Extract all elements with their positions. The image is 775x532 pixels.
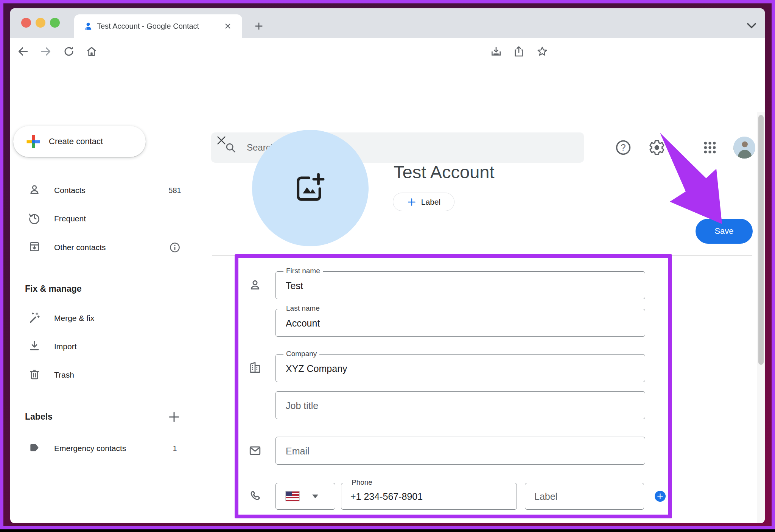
email-input[interactable] bbox=[285, 437, 635, 465]
tab-search-chevron-icon[interactable] bbox=[746, 22, 757, 30]
contacts-app-bar: Contacts ? bbox=[10, 65, 765, 112]
person-icon bbox=[28, 184, 40, 197]
scrollbar-thumb[interactable] bbox=[758, 115, 764, 365]
archive-box-icon bbox=[28, 241, 40, 254]
phone-handset-icon bbox=[249, 490, 261, 502]
sidebar-item-label: Merge & fix bbox=[54, 314, 94, 323]
first-name-input[interactable] bbox=[285, 272, 635, 300]
sidebar-item-count: 581 bbox=[165, 186, 184, 195]
google-plus-icon bbox=[25, 134, 41, 149]
browser-window: Test Account - Google Contact bbox=[10, 8, 765, 523]
fix-manage-heading: Fix & manage bbox=[25, 284, 82, 294]
create-contact-label: Create contact bbox=[49, 137, 103, 146]
tab-favicon-contact-icon bbox=[83, 21, 93, 31]
back-icon[interactable] bbox=[17, 45, 29, 58]
sidebar-item-label: Other contacts bbox=[54, 243, 106, 252]
phone-input[interactable] bbox=[350, 483, 500, 510]
email-envelope-icon bbox=[249, 444, 261, 457]
browser-tab[interactable]: Test Account - Google Contact bbox=[74, 14, 242, 38]
sidebar-item-label: Trash bbox=[54, 370, 74, 380]
person-form-icon bbox=[249, 278, 261, 291]
tab-title: Test Account - Google Contact bbox=[97, 22, 222, 31]
sidebar-item-label: Contacts bbox=[54, 186, 86, 195]
sidebar-item-other-contacts[interactable]: Other contacts bbox=[10, 237, 199, 258]
header-divider bbox=[212, 255, 752, 256]
magic-wand-icon bbox=[28, 311, 40, 325]
close-editor-icon[interactable] bbox=[216, 135, 227, 146]
import-download-icon bbox=[28, 340, 40, 353]
trash-icon bbox=[28, 368, 40, 382]
home-icon[interactable] bbox=[86, 45, 98, 58]
phone-country-select[interactable] bbox=[275, 483, 335, 510]
sidebar-item-label: Emergency contacts bbox=[54, 444, 126, 453]
save-offline-icon[interactable] bbox=[490, 45, 502, 58]
phone-label-input[interactable] bbox=[534, 483, 636, 510]
bookmark-star-icon[interactable] bbox=[536, 45, 548, 58]
help-icon[interactable]: ? bbox=[615, 139, 632, 156]
sidebar-item-import[interactable]: Import bbox=[10, 336, 199, 357]
save-button[interactable]: Save bbox=[696, 219, 753, 244]
phone-label-field[interactable] bbox=[525, 483, 644, 510]
google-apps-grid-icon[interactable] bbox=[702, 140, 717, 155]
add-label-button-text: Label bbox=[421, 198, 440, 207]
forward-icon[interactable] bbox=[40, 45, 52, 58]
add-label-icon[interactable] bbox=[167, 410, 181, 424]
plus-icon bbox=[407, 197, 417, 207]
sidebar-item-label: Frequent bbox=[54, 214, 86, 223]
us-flag-icon bbox=[286, 492, 299, 501]
company-input[interactable] bbox=[285, 355, 635, 383]
sidebar-item-label: Import bbox=[54, 342, 77, 351]
last-name-field[interactable]: Last name bbox=[275, 309, 645, 337]
label-tag-icon bbox=[28, 442, 40, 455]
job-title-input[interactable] bbox=[285, 392, 635, 420]
settings-gear-icon[interactable] bbox=[649, 139, 665, 156]
company-building-icon bbox=[249, 361, 261, 374]
labels-heading: Labels bbox=[25, 412, 53, 422]
contact-photo-placeholder[interactable] bbox=[252, 130, 369, 246]
reload-icon[interactable] bbox=[63, 45, 75, 58]
scrollbar-track[interactable] bbox=[757, 112, 765, 523]
zoom-window-button[interactable] bbox=[50, 18, 60, 28]
create-contact-button[interactable]: Create contact bbox=[13, 126, 146, 157]
first-name-field[interactable]: First name bbox=[275, 271, 645, 299]
close-window-button[interactable] bbox=[21, 18, 31, 28]
tab-close-icon[interactable] bbox=[224, 22, 232, 30]
add-label-button[interactable]: Label bbox=[393, 193, 454, 211]
new-tab-icon[interactable] bbox=[254, 21, 264, 31]
tab-strip: Test Account - Google Contact bbox=[10, 8, 765, 38]
sidebar-item-frequent[interactable]: Frequent bbox=[10, 208, 199, 229]
sidebar-item-emergency-contacts[interactable]: Emergency contacts 1 bbox=[10, 438, 199, 459]
share-icon[interactable] bbox=[513, 45, 525, 58]
account-avatar[interactable] bbox=[733, 137, 755, 159]
phone-field[interactable]: Phone bbox=[341, 483, 517, 510]
sidebar-item-contacts[interactable]: Contacts 581 bbox=[10, 180, 199, 201]
company-field[interactable]: Company bbox=[275, 354, 645, 382]
contact-name-title: Test Account bbox=[394, 162, 495, 182]
svg-text:?: ? bbox=[621, 142, 626, 152]
sidebar-item-trash[interactable]: Trash bbox=[10, 364, 199, 386]
sidebar-item-merge-fix[interactable]: Merge & fix bbox=[10, 308, 199, 329]
save-button-text: Save bbox=[714, 226, 733, 236]
job-title-field[interactable] bbox=[275, 391, 645, 419]
plus-icon bbox=[657, 493, 663, 499]
browser-toolbar: contacts.google.com/person/c250519578262… bbox=[10, 38, 765, 65]
email-field[interactable] bbox=[275, 437, 645, 465]
add-photo-icon bbox=[294, 171, 327, 205]
minimize-window-button[interactable] bbox=[36, 18, 45, 28]
dropdown-caret-icon bbox=[312, 495, 318, 498]
sidebar-item-count: 1 bbox=[165, 444, 184, 453]
add-phone-button[interactable] bbox=[655, 491, 666, 502]
history-clock-icon bbox=[28, 212, 40, 226]
last-name-input[interactable] bbox=[285, 309, 635, 337]
info-icon[interactable] bbox=[169, 242, 181, 253]
